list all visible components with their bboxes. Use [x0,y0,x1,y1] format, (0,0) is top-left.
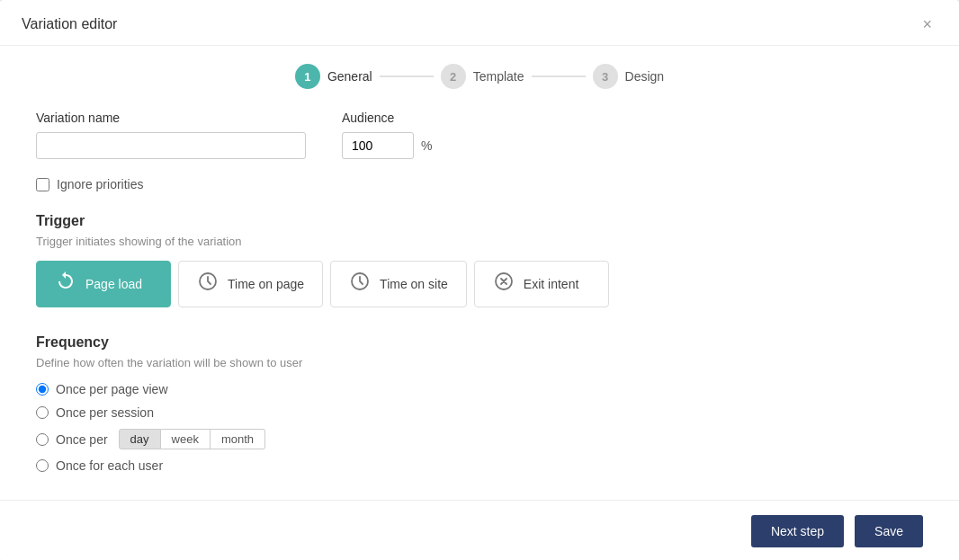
step-2-label: Template [473,69,524,84]
frequency-once-per-radio[interactable] [36,433,49,446]
modal-footer: Next step Save [0,500,959,560]
ignore-priorities-row: Ignore priorities [36,177,923,191]
frequency-once-per-session-label[interactable]: Once per session [56,405,154,420]
trigger-page-load-label: Page load [85,277,142,291]
modal-body: Variation name Audience % Ignore priorit… [0,111,959,500]
frequency-once-per-session-row: Once per session [36,405,923,420]
audience-input[interactable] [342,132,414,159]
frequency-options: Once per page view Once per session Once… [36,382,923,473]
trigger-exit-intent-label: Exit intent [524,277,578,291]
audience-unit: % [421,138,432,153]
frequency-once-per-session-radio[interactable] [36,406,49,419]
trigger-page-load-button[interactable]: Page load [36,261,171,307]
trigger-title: Trigger [36,213,923,229]
frequency-once-for-each-user-radio[interactable] [36,459,49,472]
ignore-priorities-checkbox[interactable] [36,178,49,191]
frequency-once-for-each-user-label[interactable]: Once for each user [56,458,163,473]
stepper: 1 General 2 Template 3 Design [0,46,959,111]
step-1-label: General [327,69,372,84]
variation-name-group: Variation name [36,111,306,159]
audience-group: Audience % [342,111,432,159]
variation-name-input[interactable] [36,132,306,159]
save-button[interactable]: Save [855,515,923,547]
step-2: 2 Template [441,64,524,89]
step-1: 1 General [295,64,372,89]
step-3: 3 Design [593,64,665,89]
name-audience-row: Variation name Audience % [36,111,923,159]
frequency-description: Define how often the variation will be s… [36,356,923,369]
trigger-time-on-site-label: Time on site [380,277,448,291]
trigger-buttons: Page load Time on page [36,261,923,307]
step-1-circle: 1 [295,64,320,89]
frequency-title: Frequency [36,334,923,351]
exit-intent-icon [493,271,515,298]
trigger-description: Trigger initiates showing of the variati… [36,235,923,248]
modal-header: Variation editor × [0,0,959,46]
period-buttons: day week month [119,429,265,449]
frequency-once-per-row: Once per day week month [36,429,923,449]
close-button[interactable]: × [917,14,937,34]
frequency-once-per-page-view-radio[interactable] [36,383,49,396]
time-on-site-icon [349,271,371,298]
step-connector-2 [532,76,586,77]
next-step-button[interactable]: Next step [751,515,844,547]
ignore-priorities-label[interactable]: Ignore priorities [57,177,144,191]
time-on-page-icon [197,271,219,298]
period-month-button[interactable]: month [211,429,265,449]
trigger-time-on-page-label: Time on page [228,277,304,291]
frequency-once-per-page-view-label[interactable]: Once per page view [56,382,168,396]
variation-name-label: Variation name [36,111,306,125]
trigger-time-on-site-button[interactable]: Time on site [330,261,467,307]
modal-title: Variation editor [22,16,117,32]
step-2-circle: 2 [441,64,466,89]
step-3-circle: 3 [593,64,618,89]
trigger-exit-intent-button[interactable]: Exit intent [474,261,609,307]
page-load-icon [55,271,76,298]
frequency-once-per-label[interactable]: Once per [56,432,108,447]
trigger-time-on-page-button[interactable]: Time on page [178,261,323,307]
frequency-once-for-each-user-row: Once for each user [36,458,923,473]
audience-label: Audience [342,111,432,125]
frequency-once-per-page-view-row: Once per page view [36,382,923,396]
step-3-label: Design [625,69,665,84]
audience-wrapper: % [342,132,432,159]
period-week-button[interactable]: week [161,429,211,449]
variation-editor-modal: Variation editor × 1 General 2 Template … [0,0,959,560]
step-connector-1 [380,76,434,77]
period-day-button[interactable]: day [119,429,161,449]
